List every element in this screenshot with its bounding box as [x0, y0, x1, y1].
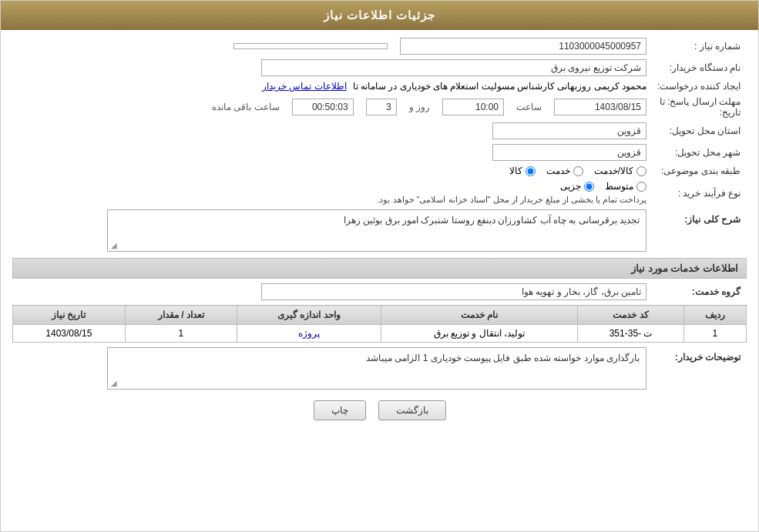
- print-button[interactable]: چاپ: [314, 400, 366, 420]
- row-description: شرح کلی نیاز: تجدید برقرسانی به چاه آب ک…: [12, 209, 747, 252]
- category-label: طبقه بندی موضوعی:: [646, 166, 747, 176]
- category-value-col: کالا/خدمت خدمت کالا: [12, 166, 646, 176]
- table-row: 1 ت -35-351 تولید، انتقال و توزیع برق پر…: [13, 325, 747, 343]
- need-description-label: شرح کلی نیاز:: [646, 214, 747, 225]
- category-option-kala[interactable]: کالا: [509, 166, 536, 176]
- deadline-day-label: روز و: [409, 102, 430, 112]
- cell-service-name: تولید، انتقال و توزیع برق: [381, 325, 578, 343]
- service-group-value: تامین برق، گاز، بخار و تهویه هوا: [261, 283, 646, 300]
- category-radio-kala[interactable]: [526, 166, 536, 176]
- row-city: شهر محل تحویل: قزوین: [12, 144, 747, 161]
- col-quantity: تعداد / مقدار: [125, 306, 237, 325]
- row-category: طبقه بندی موضوعی: کالا/خدمت خدمت کالا: [12, 166, 747, 176]
- province-value-col: قزوین: [12, 122, 646, 139]
- category-label-khedmat: خدمت: [546, 166, 570, 176]
- purchase-type-options: متوسط جزیی: [560, 181, 646, 192]
- service-group-label: گروه خدمت:: [646, 286, 747, 297]
- services-table: ردیف کد خدمت نام خدمت واحد اندازه گیری ت…: [12, 305, 747, 343]
- deadline-time-label: ساعت: [516, 102, 542, 112]
- purchase-type-radio-jozii[interactable]: [584, 182, 594, 192]
- row-purchaser: نام دستگاه خریدار: شرکت توزیع نیروی برق: [12, 59, 747, 76]
- buyer-notes-value-col: بارگذاری موارد خواسته شده طبق فایل پیوست…: [12, 347, 646, 390]
- need-description-value: تجدید برقرسانی به چاه آب کشاورزان دبنفع …: [344, 215, 640, 226]
- creator-value: محمود کریمی روزبهانی کارشناس مسولیت استع…: [353, 81, 646, 92]
- category-option-kala-khedmat[interactable]: کالا/خدمت: [594, 166, 646, 176]
- purchase-type-note: پرداخت تمام یا بخشی از مبلغ خریدار از مح…: [377, 195, 646, 205]
- deadline-time: 10:00: [442, 99, 504, 115]
- purchaser-value: شرکت توزیع نیروی برق: [261, 59, 646, 76]
- row-service-group: گروه خدمت: تامین برق، گاز، بخار و تهویه …: [12, 283, 747, 300]
- buttons-row: بازگشت چاپ: [12, 400, 747, 420]
- purchase-type-label: نوع فرآیند خرید :: [646, 188, 747, 199]
- row-creator: ایجاد کننده درخواست: محمود کریمی روزبهان…: [12, 81, 747, 92]
- purchaser-value-col: شرکت توزیع نیروی برق: [12, 59, 646, 76]
- province-label: استان محل تحویل:: [646, 125, 747, 136]
- back-button[interactable]: بازگشت: [378, 400, 446, 420]
- need-number-value: 1103000045000957: [400, 38, 646, 55]
- row-purchase-type: نوع فرآیند خرید : متوسط جزیی پرداخت تمام…: [12, 181, 747, 205]
- cell-unit: پروژه: [237, 325, 381, 343]
- cell-service-code: ت -35-351: [578, 325, 683, 343]
- table-header: ردیف کد خدمت نام خدمت واحد اندازه گیری ت…: [13, 306, 747, 325]
- purchase-type-jozii[interactable]: جزیی: [560, 181, 594, 192]
- remaining-time: 00:50:03: [292, 99, 354, 115]
- deadline-days: 3: [366, 99, 397, 115]
- row-need-number: شماره نیاز : 1103000045000957: [12, 38, 747, 55]
- buyer-notes-value: بارگذاری موارد خواسته شده طبق فایل پیوست…: [366, 353, 640, 363]
- category-option-khedmat[interactable]: خدمت: [546, 166, 583, 176]
- deadline-date: 1403/08/15: [554, 99, 646, 115]
- row-deadline: مهلت ارسال پاسخ: تا تاریخ: 1403/08/15 سا…: [12, 96, 747, 118]
- col-row-num: ردیف: [683, 306, 746, 325]
- city-label: شهر محل تحویل:: [646, 147, 747, 158]
- row-province: استان محل تحویل: قزوین: [12, 122, 747, 139]
- deadline-label: مهلت ارسال پاسخ: تا تاریخ:: [646, 96, 747, 118]
- creator-label: ایجاد کننده درخواست:: [646, 81, 747, 92]
- province-value: قزوین: [492, 122, 646, 139]
- purchase-type-mutavasset[interactable]: متوسط: [605, 181, 646, 192]
- need-description-value-col: تجدید برقرسانی به چاه آب کشاورزان دبنفع …: [12, 209, 646, 252]
- city-value-col: قزوین: [12, 144, 646, 161]
- category-radio-kala-khedmat[interactable]: [636, 166, 646, 176]
- buyer-notes-label: توضیحات خریدار:: [646, 352, 747, 363]
- resize-handle-notes-icon: ◢: [111, 379, 117, 387]
- category-radio-khedmat[interactable]: [573, 166, 583, 176]
- table-header-row: ردیف کد خدمت نام خدمت واحد اندازه گیری ت…: [13, 306, 747, 325]
- purchaser-label: نام دستگاه خریدار:: [646, 62, 747, 73]
- need-number-label: شماره نیاز :: [646, 41, 747, 52]
- col-unit: واحد اندازه گیری: [237, 306, 381, 325]
- remaining-label: ساعت باقی مانده: [212, 102, 280, 112]
- header-title: جزئیات اطلاعات نیاز: [324, 8, 435, 22]
- col-date: تاریخ نیاز: [13, 306, 126, 325]
- col-service-name: نام خدمت: [381, 306, 578, 325]
- page-container: جزئیات اطلاعات نیاز شماره نیاز : 1103000…: [0, 0, 759, 532]
- cell-row-num: 1: [683, 325, 746, 343]
- col-service-code: کد خدمت: [578, 306, 683, 325]
- buyer-notes-container: بارگذاری موارد خواسته شده طبق فایل پیوست…: [107, 347, 646, 390]
- purchase-type-label-jozii: جزیی: [560, 181, 581, 192]
- creator-value-col: محمود کریمی روزبهانی کارشناس مسولیت استع…: [12, 81, 646, 92]
- purchase-type-label-mutavasset: متوسط: [605, 181, 633, 192]
- need-description-container: تجدید برقرسانی به چاه آب کشاورزان دبنفع …: [107, 209, 646, 252]
- page-header: جزئیات اطلاعات نیاز: [1, 1, 758, 30]
- row-buyer-notes: توضیحات خریدار: بارگذاری موارد خواسته شد…: [12, 347, 747, 390]
- category-label-kala: کالا: [509, 166, 522, 176]
- services-section-title: اطلاعات خدمات مورد نیاز: [12, 258, 747, 279]
- cell-quantity: 1: [125, 325, 237, 343]
- announcement-value: [233, 43, 388, 49]
- content-area: شماره نیاز : 1103000045000957 نام دستگاه…: [1, 30, 758, 436]
- service-group-value-col: تامین برق، گاز، بخار و تهویه هوا: [12, 283, 646, 300]
- resize-handle-icon: ◢: [111, 241, 117, 249]
- purchase-type-radio-mutavasset[interactable]: [636, 182, 646, 192]
- table-body: 1 ت -35-351 تولید، انتقال و توزیع برق پر…: [13, 325, 747, 343]
- category-label-kala-khedmat: کالا/خدمت: [594, 166, 633, 176]
- cell-date: 1403/08/15: [13, 325, 126, 343]
- deadline-value-col: 1403/08/15 ساعت 10:00 روز و 3 00:50:03 س…: [12, 99, 646, 115]
- creator-link[interactable]: اطلاعات تماس خریدار: [262, 81, 347, 92]
- purchase-type-value-col: متوسط جزیی پرداخت تمام یا بخشی از مبلغ خ…: [12, 181, 646, 205]
- city-value: قزوین: [492, 144, 646, 161]
- need-number-value-col: 1103000045000957: [12, 38, 646, 55]
